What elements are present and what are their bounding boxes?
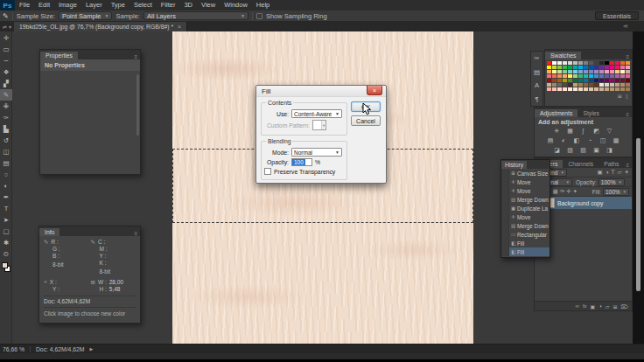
swatch[interactable] bbox=[573, 66, 578, 69]
history-snapshot-well[interactable] bbox=[501, 195, 509, 204]
history-snapshot-well[interactable] bbox=[501, 212, 509, 221]
menu-item[interactable]: Layer bbox=[81, 0, 107, 10]
pen-tool[interactable]: ✒ bbox=[0, 191, 12, 203]
zoom-tool[interactable]: ⊙ bbox=[0, 248, 12, 260]
swatch[interactable] bbox=[563, 66, 567, 69]
menu-item[interactable]: Window bbox=[220, 0, 252, 10]
swatch[interactable] bbox=[615, 66, 620, 69]
show-sampling-ring-checkbox[interactable] bbox=[256, 13, 262, 19]
history-item[interactable]: ✛ Move bbox=[501, 186, 550, 195]
history-snapshot-well[interactable] bbox=[501, 247, 509, 256]
menu-item[interactable]: Select bbox=[130, 0, 157, 10]
swatch[interactable] bbox=[620, 70, 625, 73]
swatch[interactable] bbox=[599, 79, 604, 82]
lasso-tool[interactable]: ∽ bbox=[0, 55, 12, 66]
tab-history[interactable]: History bbox=[501, 161, 527, 169]
layer-effects-icon[interactable]: fx bbox=[583, 303, 587, 309]
foreground-background-colors[interactable] bbox=[0, 261, 12, 274]
selective-color-icon[interactable]: ◨ bbox=[605, 146, 614, 154]
filter-adjustment-layers-icon[interactable]: ◑ bbox=[606, 169, 609, 176]
history-item[interactable]: ▣ Duplicate La bbox=[501, 204, 550, 212]
swatch[interactable] bbox=[578, 66, 583, 69]
swatch[interactable] bbox=[578, 87, 583, 91]
swatch[interactable] bbox=[578, 79, 583, 82]
history-item[interactable]: ✛ Move bbox=[501, 178, 550, 186]
swatch[interactable] bbox=[547, 79, 551, 82]
scrollbar[interactable] bbox=[636, 138, 640, 291]
menu-item[interactable]: 3D bbox=[179, 0, 197, 10]
swatch[interactable] bbox=[584, 83, 588, 87]
swatch[interactable] bbox=[573, 87, 578, 91]
hue-saturation-icon[interactable]: ▤ bbox=[546, 136, 556, 144]
menu-item[interactable]: File bbox=[15, 0, 34, 10]
history-item[interactable]: ⊞ Canvas Size bbox=[501, 169, 550, 178]
swatch[interactable] bbox=[605, 74, 609, 78]
menu-item[interactable]: View bbox=[197, 0, 220, 10]
swatch[interactable] bbox=[568, 87, 572, 91]
swatch[interactable] bbox=[563, 87, 567, 91]
swatch[interactable] bbox=[605, 61, 609, 65]
swatch[interactable] bbox=[599, 66, 604, 69]
swatch[interactable] bbox=[578, 61, 583, 65]
history-snapshot-well[interactable] bbox=[501, 169, 509, 178]
swatch[interactable] bbox=[599, 74, 604, 78]
float-window-icon[interactable]: ▾ bbox=[9, 24, 11, 30]
swatch[interactable] bbox=[557, 70, 562, 73]
swatch[interactable] bbox=[589, 79, 593, 82]
vibrance-icon[interactable]: ▽ bbox=[605, 127, 614, 135]
posterize-icon[interactable]: ▨ bbox=[565, 146, 575, 154]
swatch[interactable] bbox=[589, 87, 593, 91]
swatch[interactable] bbox=[626, 61, 630, 65]
type-tool[interactable]: T bbox=[0, 203, 12, 214]
history-item[interactable]: ✛ Move bbox=[501, 212, 550, 221]
swatch[interactable] bbox=[594, 70, 598, 73]
eyedropper-tool[interactable]: ✎ bbox=[0, 89, 12, 101]
swatch[interactable] bbox=[615, 74, 620, 78]
swatch[interactable] bbox=[594, 61, 598, 65]
swatch[interactable] bbox=[620, 66, 625, 69]
swatch[interactable] bbox=[605, 87, 609, 91]
swatch[interactable] bbox=[589, 66, 593, 69]
foreground-color-chip[interactable] bbox=[2, 262, 8, 268]
swatch[interactable] bbox=[552, 66, 556, 69]
filter-smart-objects-icon[interactable]: ✦ bbox=[625, 169, 629, 176]
swatch[interactable] bbox=[589, 70, 593, 73]
panel-menu-icon[interactable]: ≡ bbox=[134, 54, 140, 59]
swatch[interactable] bbox=[626, 83, 630, 87]
close-dialog-button[interactable]: × bbox=[367, 86, 382, 95]
swatch[interactable] bbox=[599, 70, 604, 73]
delete-swatch-icon[interactable]: ▯ bbox=[626, 93, 628, 99]
opacity-dropdown[interactable]: 100%▼ bbox=[598, 178, 625, 186]
swatch[interactable] bbox=[563, 70, 567, 73]
lock-all-icon[interactable]: ✦ bbox=[573, 188, 578, 195]
swatch[interactable] bbox=[584, 66, 588, 69]
swatch[interactable] bbox=[552, 61, 556, 65]
menu-item[interactable]: Image bbox=[54, 0, 81, 10]
close-tab-icon[interactable]: × bbox=[178, 24, 181, 30]
swatch[interactable] bbox=[568, 61, 572, 65]
layer-group-icon[interactable]: ▱ bbox=[606, 303, 610, 310]
opacity-input[interactable]: 100 bbox=[291, 158, 312, 166]
preserve-transparency-checkbox[interactable] bbox=[264, 168, 271, 175]
history-snapshot-well[interactable] bbox=[501, 221, 509, 230]
arrange-documents-icon[interactable]: ⇄ bbox=[3, 24, 7, 30]
history-item[interactable]: ▤ Merge Down bbox=[501, 195, 550, 204]
swatch[interactable] bbox=[557, 61, 562, 65]
swatch[interactable] bbox=[557, 74, 562, 78]
swatch[interactable] bbox=[568, 79, 572, 82]
channel-mixer-icon[interactable]: ◫ bbox=[598, 136, 608, 144]
swatch[interactable] bbox=[547, 70, 551, 73]
invert-icon[interactable]: ◪ bbox=[552, 146, 562, 154]
use-dropdown[interactable]: Content-Aware▼ bbox=[291, 109, 342, 118]
filter-type-layers-icon[interactable]: T bbox=[612, 169, 615, 176]
swatch[interactable] bbox=[615, 61, 620, 65]
swatch[interactable] bbox=[610, 66, 614, 69]
path-selection-tool[interactable]: ➤ bbox=[0, 214, 12, 226]
swatch[interactable] bbox=[594, 83, 598, 87]
fill-dropdown[interactable]: 100%▼ bbox=[603, 188, 629, 196]
document-tab[interactable]: 19bkd25le_OL.jpg @ 76,7% (Background cop… bbox=[14, 22, 187, 31]
tab-channels[interactable]: Channels bbox=[563, 160, 598, 168]
swatch[interactable] bbox=[610, 79, 614, 82]
swatch[interactable] bbox=[584, 79, 588, 82]
dodge-tool[interactable]: ◐ bbox=[0, 180, 12, 191]
